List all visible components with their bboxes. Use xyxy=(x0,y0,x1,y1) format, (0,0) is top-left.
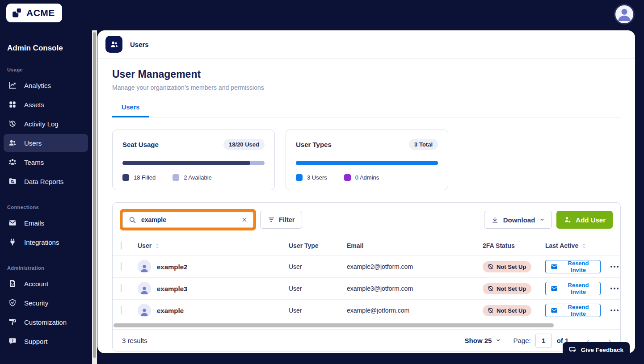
acme-logo[interactable]: ACME xyxy=(6,4,62,22)
shield-slash-icon xyxy=(487,307,494,314)
column-2fa-status: 2FA Status xyxy=(483,242,545,249)
clear-search-icon[interactable] xyxy=(241,217,248,223)
sidebar-title: Admin Console xyxy=(7,44,84,53)
sidebar-item-label: Users xyxy=(24,139,42,147)
legend-admins-label: 0 Admins xyxy=(355,174,379,181)
resend-invite-button[interactable]: Resend Invite xyxy=(545,260,601,273)
sidebar-item-label: Activity Log xyxy=(24,120,59,128)
seat-usage-bar-fill xyxy=(122,161,250,165)
search-input[interactable] xyxy=(141,216,237,223)
select-all-checkbox[interactable] xyxy=(121,242,122,250)
show-per-page-select[interactable]: Show 25 xyxy=(465,337,501,344)
user-name[interactable]: example2 xyxy=(157,263,187,271)
sidebar-item-label: Analytics xyxy=(24,82,51,89)
main-panel: Users User Management Manage your organi… xyxy=(97,30,635,353)
avatar xyxy=(138,304,151,317)
sidebar-item-analytics[interactable]: Analytics xyxy=(4,76,88,94)
sidebar-item-assets[interactable]: Assets xyxy=(4,96,88,113)
teams-icon xyxy=(8,158,17,167)
filter-label: Filter xyxy=(279,216,295,223)
sidebar-item-support[interactable]: ?Support xyxy=(4,332,88,350)
envelope-icon xyxy=(551,263,558,270)
table-footer: 3 results Show 25 Page: of 1 ‹ › xyxy=(113,329,620,351)
sidebar-item-security[interactable]: Security xyxy=(4,294,88,312)
legend-users-label: 3 Users xyxy=(307,174,327,181)
avatar xyxy=(138,282,151,295)
seat-usage-bar xyxy=(122,161,265,165)
row-actions-menu-icon[interactable] xyxy=(609,264,620,269)
2fa-status-badge: Not Set Up xyxy=(483,283,531,294)
horizontal-scrollbar-thumb[interactable] xyxy=(114,323,554,327)
sidebar-item-label: Emails xyxy=(24,219,44,227)
users-icon xyxy=(8,138,17,147)
sidebar-item-customization[interactable]: Customization xyxy=(4,313,88,331)
sort-icon[interactable] xyxy=(581,243,587,249)
column-email: Email xyxy=(347,242,483,249)
users-page-icon xyxy=(105,36,122,53)
sidebar-item-integrations[interactable]: Integrations xyxy=(4,233,88,251)
legend-admins-swatch xyxy=(344,174,351,181)
vertical-scrollbar[interactable] xyxy=(92,30,97,364)
sidebar-item-account[interactable]: $Account xyxy=(4,275,88,293)
user-type: User xyxy=(289,285,347,292)
sidebar-section-label: Administration xyxy=(7,265,84,271)
sidebar-item-label: Integrations xyxy=(24,238,59,246)
sidebar-item-teams[interactable]: Teams xyxy=(4,153,88,171)
svg-text:$: $ xyxy=(12,283,13,286)
user-email: example2@jotform.com xyxy=(347,263,483,270)
user-types-title: User Types xyxy=(296,141,332,148)
column-user[interactable]: User xyxy=(138,242,152,249)
sidebar-item-label: Account xyxy=(24,280,48,288)
sidebar-item-users[interactable]: Users xyxy=(4,134,88,152)
filter-icon xyxy=(268,216,275,223)
chevron-down-icon xyxy=(539,217,545,222)
user-types-badge: 3 Total xyxy=(409,139,438,150)
user-name[interactable]: example xyxy=(157,307,184,314)
table-row: exampleUserexample@jotform.comNot Set Up… xyxy=(113,299,620,321)
sidebar-item-label: Customization xyxy=(24,318,67,326)
table-toolbar: Filter Download xyxy=(113,203,620,236)
user-avatar[interactable] xyxy=(614,4,635,25)
2fa-status-label: Not Set Up xyxy=(497,307,526,314)
row-actions-menu-icon[interactable] xyxy=(609,308,620,313)
integrations-icon xyxy=(8,238,17,247)
page-number-input[interactable] xyxy=(535,334,552,347)
sidebar-item-data-reports[interactable]: Data Reports xyxy=(4,172,88,190)
vertical-scrollbar-thumb[interactable] xyxy=(93,32,96,358)
2fa-status-label: Not Set Up xyxy=(497,285,526,292)
sidebar-item-activity-log[interactable]: Activity Log xyxy=(4,115,88,133)
resend-invite-button[interactable]: Resend Invite xyxy=(545,304,601,317)
table-row: example2Userexample2@jotform.comNot Set … xyxy=(113,255,620,277)
search-box[interactable] xyxy=(122,212,253,228)
activity-log-icon xyxy=(8,119,17,128)
2fa-status-badge: Not Set Up xyxy=(483,305,531,316)
row-checkbox[interactable] xyxy=(121,284,122,293)
sort-icon[interactable] xyxy=(154,243,160,249)
filter-button[interactable]: Filter xyxy=(260,211,302,229)
column-user-type: User Type xyxy=(289,242,347,249)
logo-text: ACME xyxy=(26,8,55,18)
legend-filled: 18 Filled xyxy=(122,174,156,181)
user-name[interactable]: example3 xyxy=(157,285,187,293)
sidebar: Admin Console UsageAnalyticsAssetsActivi… xyxy=(0,30,92,364)
horizontal-scrollbar[interactable] xyxy=(114,323,619,327)
avatar xyxy=(138,260,151,273)
legend-filled-label: 18 Filled xyxy=(134,174,156,181)
feedback-icon xyxy=(569,346,577,354)
row-checkbox[interactable] xyxy=(121,306,122,314)
sidebar-item-emails[interactable]: Emails xyxy=(4,214,88,232)
user-email: example@jotform.com xyxy=(347,307,483,314)
add-user-button[interactable]: Add User xyxy=(556,211,613,229)
row-actions-menu-icon[interactable] xyxy=(609,286,620,291)
user-types-card: User Types 3 Total 3 Users 0 Admins xyxy=(286,130,448,190)
download-button[interactable]: Download xyxy=(484,211,552,229)
resend-invite-button[interactable]: Resend Invite xyxy=(545,282,601,295)
legend-users-swatch xyxy=(296,174,303,181)
tab-users[interactable]: Users xyxy=(112,104,149,117)
chevron-down-icon xyxy=(496,338,501,343)
row-checkbox[interactable] xyxy=(121,262,122,271)
sidebar-item-label: Data Reports xyxy=(24,178,63,185)
legend-admins: 0 Admins xyxy=(344,174,379,181)
column-last-active[interactable]: Last Active xyxy=(545,242,578,249)
give-feedback-button[interactable]: Give Feedback xyxy=(563,342,630,357)
